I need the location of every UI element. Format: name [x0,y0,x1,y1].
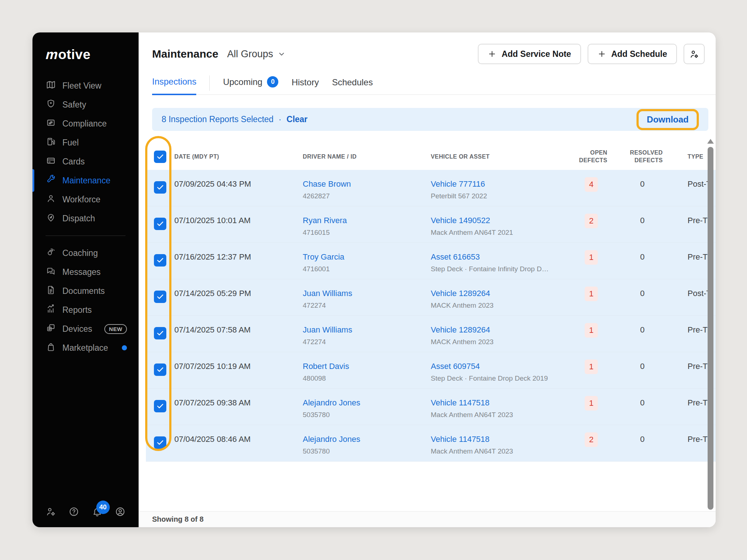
open-defects-cell: 1 [566,279,617,315]
account-icon [115,506,125,517]
table-row[interactable]: 07/14/2025 07:58 AM Juan Williams 472274… [146,316,716,352]
sidebar-item-workforce[interactable]: Workforce [32,190,139,209]
vehicle-description: Mack Anthem AN64T 2021 [431,229,566,237]
sidebar-item-messages[interactable]: Messages [32,262,139,281]
sidebar-item-devices[interactable]: Devices NEW [32,319,139,338]
row-checkbox[interactable] [154,254,166,267]
open-defects-cell: 2 [566,206,617,242]
table-row[interactable]: 07/07/2025 10:19 AM Robert Davis 480098 … [146,352,716,389]
sidebar-footer: 40 [32,506,139,518]
table-row[interactable]: 07/09/2025 04:43 PM Chase Brown 4262827 … [146,170,716,206]
shopping-bag-icon [46,342,56,354]
driver-name-link[interactable]: Ryan Rivera [303,216,431,225]
help-button[interactable] [69,506,79,518]
sidebar-item-label: Coaching [62,248,98,258]
map-icon [46,80,56,92]
tab-upcoming[interactable]: Upcoming 0 [223,76,278,94]
vehicle-description: Step Deck · Fontaine Drop Deck 2019 [431,374,566,382]
sidebar-item-maintenance[interactable]: Maintenance [32,171,139,190]
manage-users-button[interactable] [684,44,705,64]
tab-schedules[interactable]: Schedules [332,77,373,94]
tab-inspections[interactable]: Inspections [152,77,196,95]
tab-history[interactable]: History [291,77,319,94]
group-filter-dropdown[interactable]: All Groups [227,48,286,60]
resolved-defects-cell: 0 [617,389,668,425]
plus-icon [597,50,606,58]
driver-name-link[interactable]: Juan Williams [303,289,431,298]
table-row[interactable]: 07/10/2025 10:01 AM Ryan Rivera 4716015 … [146,206,716,243]
scrollbar-thumb[interactable] [708,147,713,510]
row-checkbox[interactable] [154,400,166,412]
open-defects-badge: 1 [585,323,598,338]
motive-logo: motive [46,47,139,62]
driver-name-link[interactable]: Alejandro Jones [303,435,431,444]
sidebar-item-label: Compliance [62,119,107,129]
table-row[interactable]: 07/14/2025 05:29 PM Juan Williams 472274… [146,279,716,316]
sidebar-item-documents[interactable]: Documents [32,281,139,300]
row-checkbox[interactable] [154,327,166,339]
row-checkbox-cell [146,316,174,352]
driver-name-link[interactable]: Chase Brown [303,179,431,189]
date-cell: 07/07/2025 09:38 AM [174,389,303,425]
account-button[interactable] [115,506,125,518]
vehicle-link[interactable]: Vehicle 1289264 [431,325,566,335]
vehicle-link[interactable]: Vehicle 1490522 [431,216,566,225]
table-row[interactable]: 07/04/2025 08:46 AM Alejandro Jones 5035… [146,425,716,462]
sidebar-item-coaching[interactable]: Coaching [32,244,139,262]
row-checkbox[interactable] [154,363,166,376]
admin-settings-button[interactable] [46,506,56,518]
vehicle-link[interactable]: Vehicle 777116 [431,179,566,189]
driver-cell: Juan Williams 472274 [303,316,431,352]
notifications-button[interactable]: 40 [92,506,102,518]
sidebar-item-label: Messages [62,267,101,277]
scrollbar-up-arrow[interactable] [707,139,714,144]
check-icon [156,293,164,301]
sidebar-item-fuel[interactable]: Fuel [32,133,139,152]
add-schedule-button[interactable]: Add Schedule [588,44,677,64]
driver-name-link[interactable]: Troy Garcia [303,252,431,262]
fuel-pump-icon [46,137,56,149]
vehicle-cell: Vehicle 1147518 Mack Anthem AN64T 2023 [431,389,566,425]
row-checkbox[interactable] [154,181,166,194]
vehicle-cell: Vehicle 1147518 Mack Anthem AN64T 2023 [431,425,566,461]
add-service-note-button[interactable]: Add Service Note [478,44,581,64]
sidebar-item-compliance[interactable]: Compliance [32,114,139,133]
vehicle-cell: Vehicle 1490522 Mack Anthem AN64T 2021 [431,206,566,242]
table-row[interactable]: 07/16/2025 12:37 PM Troy Garcia 4716001 … [146,243,716,279]
open-defects-cell: 1 [566,316,617,352]
date-cell: 07/09/2025 04:43 PM [174,170,303,206]
select-all-checkbox[interactable] [154,151,166,163]
row-checkbox[interactable] [154,436,166,449]
vehicle-link[interactable]: Vehicle 1147518 [431,435,566,444]
sidebar-item-cards[interactable]: Cards [32,152,139,171]
person-gear-icon [689,49,699,59]
selection-bar: 8 Inspection Reports Selected · Clear Do… [152,108,708,131]
clear-selection-link[interactable]: Clear [287,114,308,124]
sidebar-item-marketplace[interactable]: Marketplace [32,338,139,357]
vehicle-link[interactable]: Asset 616653 [431,252,566,262]
sidebar-item-label: Fuel [62,138,79,148]
sidebar-item-dispatch[interactable]: Dispatch [32,209,139,228]
vehicle-link[interactable]: Vehicle 1289264 [431,289,566,298]
open-defects-cell: 1 [566,389,617,425]
row-checkbox[interactable] [154,218,166,230]
check-icon [156,439,164,447]
row-checkbox[interactable] [154,291,166,303]
driver-name-link[interactable]: Robert Davis [303,362,431,371]
tab-label: Inspections [152,77,196,87]
add-service-note-label: Add Service Note [502,49,571,59]
driver-name-link[interactable]: Juan Williams [303,325,431,335]
vehicle-link[interactable]: Asset 609754 [431,362,566,371]
sidebar-item-safety[interactable]: Safety [32,95,139,114]
driver-name-link[interactable]: Alejandro Jones [303,398,431,408]
add-schedule-label: Add Schedule [611,49,667,59]
table-row[interactable]: 07/07/2025 09:38 AM Alejandro Jones 5035… [146,389,716,425]
vehicle-cell: Asset 616653 Step Deck · Fontaine Infini… [431,243,566,279]
sidebar-item-reports[interactable]: Reports [32,300,139,319]
vehicle-link[interactable]: Vehicle 1147518 [431,398,566,408]
sidebar-item-fleet-view[interactable]: Fleet View [32,76,139,95]
row-checkbox-cell [146,389,174,425]
row-checkbox-cell [146,279,174,315]
download-button[interactable]: Download [647,114,689,124]
vehicle-description: Mack Anthem AN64T 2023 [431,411,566,419]
